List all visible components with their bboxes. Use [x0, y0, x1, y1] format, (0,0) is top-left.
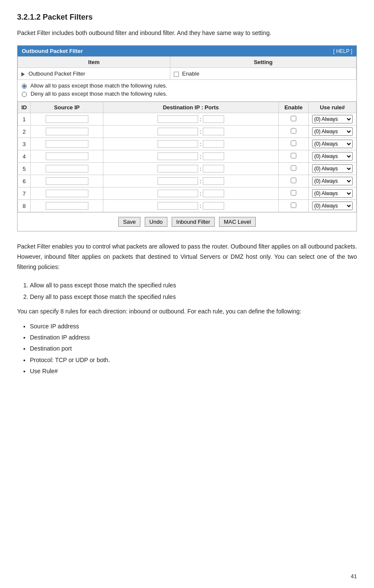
list-item: Protocol: TCP or UDP or both. [30, 355, 357, 365]
enable-checkbox[interactable] [291, 153, 296, 158]
dest-port-input[interactable] [203, 202, 224, 210]
help-link[interactable]: [ HELP ] [333, 48, 352, 54]
dest-cell: : [103, 187, 279, 200]
rule-select[interactable]: (0) Always (1) Rule 1 (2) Rule 2 [312, 140, 353, 148]
dest-cell: : [103, 163, 279, 175]
source-ip-input[interactable] [46, 190, 88, 197]
inbound-filter-button[interactable]: Inbound Filter [172, 217, 215, 227]
enable-checkbox[interactable] [291, 178, 296, 183]
dest-ip-input[interactable] [158, 115, 198, 123]
outbound-row-label: Outbound Packet Filter [29, 70, 85, 77]
row-id: 6 [18, 175, 31, 187]
dest-port-input[interactable] [203, 165, 224, 173]
undo-button[interactable]: Undo [145, 217, 167, 227]
page-number: 41 [351, 573, 357, 579]
radio-allow-icon[interactable] [22, 84, 27, 89]
radio-allow-label[interactable]: Allow all to pass except those match the… [22, 82, 352, 89]
rule-select[interactable]: (0) Always (1) Rule 1 (2) Rule 2 [312, 115, 353, 123]
source-ip-input[interactable] [46, 152, 88, 160]
dest-ip-input[interactable] [158, 152, 198, 160]
enable-checkbox[interactable] [291, 165, 296, 171]
outbound-packet-filter-box: Outbound Packet Filter [ HELP ] Item Set… [17, 45, 357, 231]
dest-cell: : [103, 126, 279, 138]
outbound-enable-cell: Enable [170, 68, 356, 80]
enable-checkbox[interactable] [291, 116, 296, 121]
col-item-header: Item [18, 57, 170, 68]
row-id: 8 [18, 200, 31, 212]
table-row: 8 : (0) Always (1) Rule 1 (2) Rule 2 [18, 200, 356, 212]
source-ip-cell [31, 187, 103, 200]
table-row: 7 : (0) Always (1) Rule 1 (2) Rule 2 [18, 187, 356, 200]
table-row: 1 : (0) Always (1) Rule 1 (2) Rule 2 [18, 113, 356, 126]
radio-deny-icon[interactable] [22, 92, 27, 97]
dest-ip-input[interactable] [158, 165, 198, 173]
dest-ip-input[interactable] [158, 177, 198, 185]
enable-cell [279, 138, 309, 150]
rule-select[interactable]: (0) Always (1) Rule 1 (2) Rule 2 [312, 189, 353, 198]
rule-cell: (0) Always (1) Rule 1 (2) Rule 2 [309, 175, 356, 187]
dest-port-input[interactable] [203, 152, 224, 160]
filter-header: Outbound Packet Filter [ HELP ] [18, 46, 356, 56]
list-item: Destination port [30, 344, 357, 353]
source-ip-input[interactable] [46, 165, 88, 173]
source-ip-cell [31, 200, 103, 212]
table-row: 6 : (0) Always (1) Rule 1 (2) Rule 2 [18, 175, 356, 187]
enable-checkbox[interactable] [291, 128, 296, 134]
radio-section: Allow all to pass except those match the… [18, 80, 356, 102]
list-item: Deny all to pass except those match the … [30, 292, 357, 301]
radio-deny-label[interactable]: Deny all to pass except those match the … [22, 91, 352, 97]
table-row: 5 : (0) Always (1) Rule 1 (2) Rule 2 [18, 163, 356, 175]
enable-cell [279, 126, 309, 138]
col-rule-header: Use rule# [309, 102, 356, 113]
main-settings-table: Item Setting Outbound Packet Filter Enab… [18, 56, 356, 80]
source-ip-input[interactable] [46, 202, 88, 210]
enable-checkbox[interactable] [291, 190, 296, 196]
table-row: 2 : (0) Always (1) Rule 1 (2) Rule 2 [18, 126, 356, 138]
row-id: 2 [18, 126, 31, 138]
rule-select[interactable]: (0) Always (1) Rule 1 (2) Rule 2 [312, 177, 353, 185]
source-ip-cell [31, 113, 103, 126]
rule-select[interactable]: (0) Always (1) Rule 1 (2) Rule 2 [312, 127, 353, 136]
source-ip-input[interactable] [46, 115, 88, 123]
enable-cell [279, 187, 309, 200]
rule-select[interactable]: (0) Always (1) Rule 1 (2) Rule 2 [312, 152, 353, 161]
colon-separator: : [200, 116, 202, 123]
dest-ip-input[interactable] [158, 202, 198, 210]
dest-cell: : [103, 150, 279, 163]
save-button[interactable]: Save [118, 217, 140, 227]
row-id: 1 [18, 113, 31, 126]
dest-port-input[interactable] [203, 128, 224, 135]
source-ip-input[interactable] [46, 140, 88, 148]
source-ip-input[interactable] [46, 177, 88, 185]
col-enable-header: Enable [279, 102, 309, 113]
colon-separator: : [200, 190, 202, 197]
dest-port-input[interactable] [203, 190, 224, 197]
dest-cell: : [103, 175, 279, 187]
enable-checkbox[interactable] [291, 202, 296, 208]
dest-ip-input[interactable] [158, 128, 198, 135]
table-row: 4 : (0) Always (1) Rule 1 (2) Rule 2 [18, 150, 356, 163]
dest-ip-input[interactable] [158, 140, 198, 148]
outbound-enable-row: Outbound Packet Filter Enable [18, 68, 356, 80]
source-ip-cell [31, 150, 103, 163]
enable-checkbox-icon[interactable] [174, 72, 179, 77]
enable-cell [279, 200, 309, 212]
dest-ip-input[interactable] [158, 190, 198, 197]
radio-deny-text: Deny all to pass except those match the … [31, 91, 167, 97]
rule-select[interactable]: (0) Always (1) Rule 1 (2) Rule 2 [312, 202, 353, 210]
enable-checkbox[interactable] [291, 140, 296, 146]
outbound-label-cell: Outbound Packet Filter [18, 68, 170, 80]
col-source-header: Source IP [31, 102, 103, 113]
rule-cell: (0) Always (1) Rule 1 (2) Rule 2 [309, 126, 356, 138]
dest-cell: : [103, 138, 279, 150]
source-ip-input[interactable] [46, 128, 88, 135]
mac-level-button[interactable]: MAC Level [219, 217, 256, 227]
col-dest-header: Destination IP : Ports [103, 102, 279, 113]
table-row: 3 : (0) Always (1) Rule 1 (2) Rule 2 [18, 138, 356, 150]
dest-port-input[interactable] [203, 140, 224, 148]
dest-port-input[interactable] [203, 177, 224, 185]
rule-select[interactable]: (0) Always (1) Rule 1 (2) Rule 2 [312, 164, 353, 173]
colon-separator: : [200, 203, 202, 209]
dest-port-input[interactable] [203, 115, 224, 123]
list-item: Allow all to pass except those match the… [30, 281, 357, 290]
